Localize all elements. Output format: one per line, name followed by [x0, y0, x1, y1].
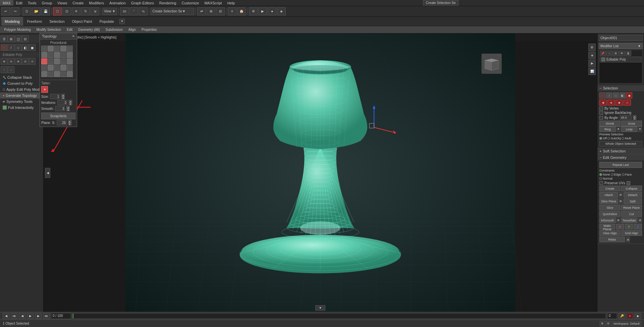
- view-align-btn[interactable]: View Align: [599, 230, 621, 236]
- ignore-backface-checkbox[interactable]: [599, 111, 603, 115]
- percent-snap-btn[interactable]: %: [139, 7, 148, 15]
- object-name-input[interactable]: [599, 35, 643, 41]
- timeline-scrubbar[interactable]: [72, 313, 606, 319]
- render-setup-btn[interactable]: ⚙: [249, 7, 258, 15]
- planar-y-btn[interactable]: Y: [625, 224, 633, 230]
- viewport[interactable]: + [ ] [+] [ ] [Orthographic] [Smooth + H…: [44, 34, 597, 312]
- rotate-tool-btn[interactable]: ↻: [81, 7, 90, 15]
- menu-create[interactable]: Create: [70, 0, 86, 6]
- slice-plane-btn[interactable]: Slice Plane: [599, 198, 618, 204]
- menu-modifiers[interactable]: Modifiers: [86, 0, 107, 6]
- tl-expand-right[interactable]: ▶: [635, 313, 641, 319]
- constraint-face[interactable]: Face: [622, 173, 632, 176]
- symmetry-tools-item[interactable]: ⇌ Symmetry Tools: [0, 99, 43, 105]
- scale-tool-btn[interactable]: ⇲: [91, 7, 99, 15]
- sel-border-btn[interactable]: □: [613, 92, 619, 99]
- angle-down[interactable]: ▼: [633, 118, 636, 120]
- tatter-iter-up[interactable]: ▲: [69, 100, 72, 103]
- slice-settings-btn[interactable]: ⊞: [619, 198, 623, 204]
- full-interactivity-item[interactable]: Full Interactivity: [0, 105, 43, 111]
- mod-icon-visible[interactable]: 👁: [619, 51, 625, 56]
- modifier-list-dropdown[interactable]: Modifier List ▼: [599, 43, 643, 49]
- collapse-btn[interactable]: Collapse: [621, 186, 642, 191]
- topo-btn-8[interactable]: [60, 52, 66, 58]
- sel-r2-3[interactable]: ◆: [615, 100, 623, 106]
- quickslice-btn[interactable]: QuickSlice: [599, 211, 621, 217]
- array-btn[interactable]: ⊞: [207, 7, 215, 15]
- lp-r3-2[interactable]: ↓: [8, 66, 14, 73]
- undo-btn[interactable]: ↩: [1, 7, 10, 15]
- plane-value-input[interactable]: [57, 120, 67, 125]
- sub-subdivision[interactable]: Subdivision: [103, 26, 125, 33]
- planar-x-btn[interactable]: X: [616, 224, 624, 230]
- topo-btn-20[interactable]: [41, 71, 47, 77]
- active-shade-btn[interactable]: ●: [268, 7, 276, 15]
- prev-sel-off-radio[interactable]: [599, 137, 602, 140]
- constraint-none-radio[interactable]: [599, 173, 602, 176]
- lp-r2-2[interactable]: ⊖: [8, 58, 14, 65]
- tl-play-btn[interactable]: ▶: [27, 313, 34, 319]
- lp-icon1[interactable]: ☰: [1, 36, 7, 42]
- render-btn[interactable]: ▶: [258, 7, 267, 15]
- workspace-label[interactable]: Workspace: Default: [612, 321, 641, 326]
- topology-close-btn[interactable]: ✕: [72, 35, 75, 38]
- modifier-vis-checkbox[interactable]: [601, 58, 605, 61]
- move-tool-btn[interactable]: ✛: [72, 7, 80, 15]
- timeline-time-input[interactable]: 0: [607, 313, 617, 319]
- topo-btn-0[interactable]: [41, 46, 47, 52]
- angle-up[interactable]: ▲: [633, 115, 636, 118]
- menu-group[interactable]: Group: [39, 0, 55, 6]
- edge-mode-btn[interactable]: /: [8, 44, 14, 51]
- ring-arrow-btn[interactable]: ▼: [616, 126, 621, 132]
- topo-btn-23[interactable]: [60, 71, 66, 77]
- tatter-size-input[interactable]: [50, 94, 60, 99]
- prev-sel-subobj[interactable]: SubObj: [607, 137, 621, 140]
- status-snap-btn[interactable]: ⊟: [606, 321, 611, 326]
- open-btn[interactable]: 📂: [32, 7, 41, 15]
- reset-plane-btn[interactable]: Reset Plane: [621, 205, 642, 210]
- redo-btn[interactable]: ↪: [11, 7, 19, 15]
- new-scene-btn[interactable]: 🗋: [22, 7, 31, 15]
- tatter-size-up[interactable]: ▲: [61, 94, 65, 96]
- topo-btn-12[interactable]: [54, 58, 60, 64]
- attach-btn[interactable]: Attach: [599, 192, 618, 198]
- mod-icon-properties[interactable]: ⚙: [612, 51, 619, 56]
- mod-icon-pin[interactable]: 📌: [600, 51, 606, 56]
- apply-edit-poly-item[interactable]: ⬡ Apply Edit Poly Mod: [0, 86, 43, 92]
- lp-icon4[interactable]: ⊟: [22, 36, 29, 42]
- status-grid-btn[interactable]: ⊞: [600, 321, 605, 326]
- preserve-uvs-checkbox[interactable]: [599, 181, 603, 185]
- msmooth-settings-btn[interactable]: ⊞: [616, 217, 621, 223]
- scene-explorer-btn[interactable]: 🏠: [237, 7, 246, 15]
- topo-btn-7[interactable]: [54, 52, 60, 58]
- prev-sel-subobj-radio[interactable]: [607, 137, 610, 140]
- menu-rendering[interactable]: Rendering: [157, 0, 179, 6]
- tl-next-frame[interactable]: ▶: [35, 313, 42, 319]
- lp-r2-3[interactable]: ⊗: [15, 58, 21, 65]
- detach-btn[interactable]: Detach: [624, 192, 642, 198]
- slice-btn[interactable]: Slice: [599, 205, 621, 210]
- tab-populate[interactable]: Populate: [96, 17, 117, 26]
- topo-btn-3[interactable]: [60, 46, 66, 52]
- vp-nav-left[interactable]: ◀: [45, 168, 50, 178]
- lp-icon2[interactable]: ⊞: [8, 36, 14, 42]
- lp-r2-5[interactable]: ⊙: [29, 58, 36, 65]
- select-region-btn[interactable]: ⊡: [62, 7, 71, 15]
- timeline-frame-display[interactable]: 0 / 100: [51, 313, 71, 319]
- convert-to-poly-item[interactable]: 🔷 Convert to Poly: [0, 80, 43, 86]
- topo-btn-17[interactable]: [54, 65, 60, 71]
- reference-coord-dropdown[interactable]: View ▼: [102, 8, 117, 15]
- menu-edit[interactable]: Edit: [13, 0, 25, 6]
- tab-selection[interactable]: Selection: [46, 17, 68, 26]
- lp-icon3[interactable]: ◫: [15, 36, 21, 42]
- menu-help[interactable]: Help: [224, 0, 237, 6]
- topo-btn-1[interactable]: [48, 46, 54, 52]
- by-angle-checkbox[interactable]: [599, 116, 603, 120]
- topo-btn-19[interactable]: [67, 65, 73, 71]
- tab-freeform[interactable]: Freeform: [24, 17, 46, 26]
- tatter-icon-btn[interactable]: ✦: [41, 86, 48, 93]
- selection-header[interactable]: − Selection: [597, 85, 644, 91]
- menu-graph-editors[interactable]: Graph Editors: [128, 0, 157, 6]
- border-mode-btn[interactable]: □: [15, 44, 21, 51]
- material-editor-btn[interactable]: ◈: [277, 7, 286, 15]
